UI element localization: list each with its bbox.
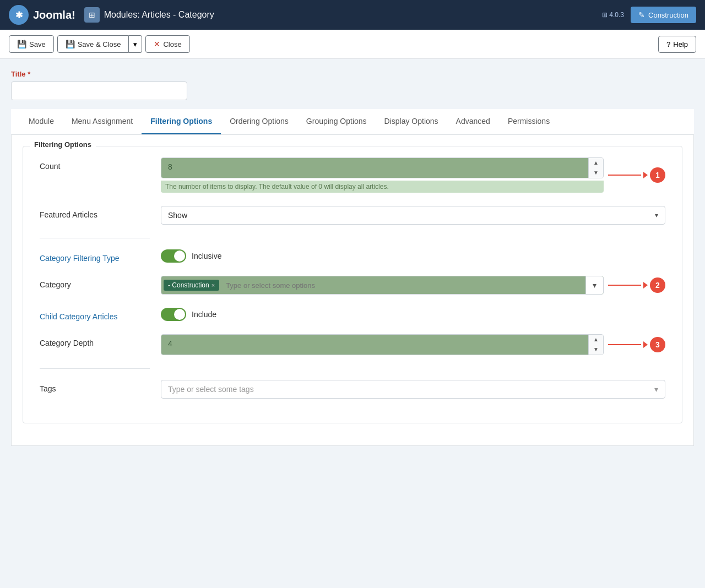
close-icon: ✕ [154, 40, 160, 48]
save-close-group: 💾 Save & Close ▾ [57, 35, 143, 53]
tags-label: Tags [40, 380, 161, 393]
nav-page-title: Modules: Articles - Category [104, 10, 214, 20]
category-depth-label: Category Depth [40, 334, 161, 347]
category-tag-construction: - Construction × [164, 280, 219, 291]
depth-up[interactable]: ▲ [589, 335, 603, 345]
save-close-icon: 💾 [66, 40, 75, 48]
count-input-box: 8 ▲ ▼ [161, 157, 604, 178]
count-up[interactable]: ▲ [589, 158, 603, 168]
category-dropdown-button[interactable]: ▾ [585, 276, 603, 294]
save-dropdown-button[interactable]: ▾ [129, 35, 142, 53]
featured-articles-row: Featured Articles Show ▾ [34, 206, 671, 225]
toggle-knob [174, 251, 185, 262]
category-control: - Construction × ▾ 2 [161, 276, 665, 295]
joomla-logo[interactable]: ✱ Joomla! [9, 5, 75, 25]
featured-articles-select[interactable]: Show ▾ [161, 206, 665, 225]
count-row: Count 8 ▲ ▼ The number of items to di [34, 157, 671, 193]
category-row: Category - Construction × ▾ [34, 276, 671, 295]
annotation-badge-1: 1 [650, 167, 665, 183]
page-title-nav: ⊞ Modules: Articles - Category [84, 7, 214, 23]
count-control: 8 ▲ ▼ The number of items to display. Th… [161, 157, 665, 193]
save-close-button[interactable]: 💾 Save & Close [57, 35, 129, 53]
child-category-toggle-label: Include [192, 310, 216, 319]
tab-display-options[interactable]: Display Options [376, 109, 447, 134]
help-button[interactable]: ? Help [658, 36, 696, 53]
close-button[interactable]: ✕ Close [145, 35, 189, 53]
category-depth-spinner: ▲ ▼ [588, 335, 603, 355]
tab-permissions[interactable]: Permissions [499, 109, 558, 134]
category-depth-control: 4 ▲ ▼ 3 [161, 334, 665, 355]
category-filtering-type-control: Inclusive [161, 249, 665, 263]
title-input[interactable]: Projects Construction [11, 81, 187, 100]
category-filtering-type-row: Category Filtering Type Inclusive [34, 249, 671, 263]
category-filtering-type-label: Category Filtering Type [40, 249, 161, 263]
nav-left: ✱ Joomla! ⊞ Modules: Articles - Category [9, 5, 214, 25]
featured-articles-control: Show ▾ [161, 206, 665, 225]
save-button[interactable]: 💾 Save [9, 35, 54, 53]
tab-content-filtering: Filtering Options Count 8 ▲ ▼ [11, 135, 694, 446]
count-spinner: ▲ ▼ [588, 158, 603, 178]
top-navigation: ✱ Joomla! ⊞ Modules: Articles - Category… [0, 0, 705, 30]
section-title: Filtering Options [30, 140, 96, 149]
divider-2 [40, 368, 150, 369]
remove-tag-icon[interactable]: × [212, 282, 215, 288]
toolbar-left: 💾 Save 💾 Save & Close ▾ ✕ Close [9, 35, 190, 53]
toggle-knob-child [174, 309, 185, 320]
child-category-articles-label: Child Category Articles [40, 308, 161, 321]
title-section: Title * Projects Construction [11, 70, 694, 100]
depth-down[interactable]: ▼ [589, 345, 603, 355]
category-input-wrap[interactable]: - Construction × ▾ [161, 276, 604, 295]
tags-select[interactable]: Type or select some tags ▾ [161, 380, 665, 399]
main-content: Title * Projects Construction Module Men… [0, 59, 705, 457]
featured-articles-label: Featured Articles [40, 206, 161, 219]
logo-text: Joomla! [33, 9, 75, 21]
tabs-container: Module Menu Assignment Filtering Options… [11, 109, 694, 135]
child-category-articles-control: Include [161, 308, 665, 321]
child-category-articles-row: Child Category Articles Include [34, 308, 671, 321]
nav-right: ⊞ 4.0.3 ✎ Construction [602, 7, 696, 23]
count-hint: The number of items to display. The defa… [161, 181, 604, 193]
category-depth-value[interactable]: 4 [161, 335, 588, 355]
child-category-toggle[interactable] [161, 308, 186, 321]
tab-menu-assignment[interactable]: Menu Assignment [63, 109, 142, 134]
tab-module[interactable]: Module [20, 109, 63, 134]
help-icon: ? [666, 40, 670, 48]
logo-icon: ✱ [9, 5, 29, 25]
tags-chevron-icon: ▾ [654, 385, 658, 394]
tags-row: Tags Type or select some tags ▾ [34, 380, 671, 399]
module-icon: ⊞ [84, 7, 100, 23]
count-down[interactable]: ▼ [589, 168, 603, 178]
category-depth-input-box: 4 ▲ ▼ [161, 334, 604, 355]
category-search-input[interactable] [221, 278, 585, 293]
toolbar-right: ? Help [658, 36, 696, 53]
tab-grouping-options[interactable]: Grouping Options [297, 109, 376, 134]
version-badge: ⊞ 4.0.3 [602, 11, 624, 19]
tab-advanced[interactable]: Advanced [447, 109, 499, 134]
divider-1 [40, 238, 150, 238]
category-filtering-toggle[interactable] [161, 249, 186, 263]
category-filtering-toggle-label: Inclusive [192, 252, 221, 260]
title-label: Title * [11, 70, 694, 78]
tags-control-wrap: Type or select some tags ▾ [161, 380, 665, 399]
count-label: Count [40, 157, 161, 171]
annotation-badge-3: 3 [650, 337, 665, 352]
tab-ordering-options[interactable]: Ordering Options [221, 109, 297, 134]
toggle-wrap-child: Include [161, 308, 665, 321]
filtering-options-section: Filtering Options Count 8 ▲ ▼ [23, 146, 682, 423]
category-label: Category [40, 276, 161, 289]
category-depth-row: Category Depth 4 ▲ ▼ [34, 334, 671, 355]
required-marker: * [28, 70, 30, 78]
construction-button[interactable]: ✎ Construction [631, 7, 696, 23]
annotation-badge-2: 2 [650, 277, 665, 293]
chevron-down-icon: ▾ [655, 211, 658, 219]
edit-icon: ✎ [638, 10, 645, 19]
save-icon: 💾 [17, 40, 26, 48]
toggle-wrap-filtering: Inclusive [161, 249, 665, 263]
count-input-value[interactable]: 8 [161, 158, 588, 178]
tab-filtering-options[interactable]: Filtering Options [142, 109, 221, 134]
toolbar: 💾 Save 💾 Save & Close ▾ ✕ Close ? Help [0, 30, 705, 59]
